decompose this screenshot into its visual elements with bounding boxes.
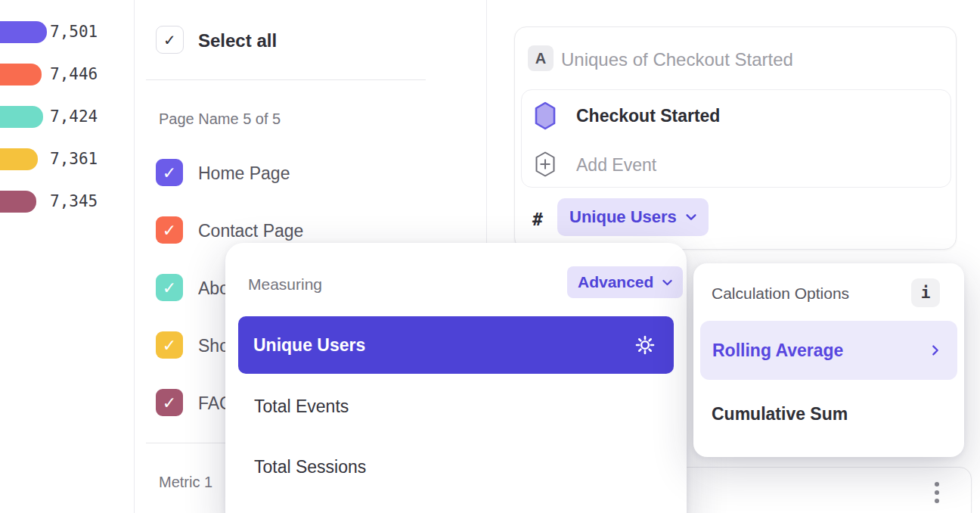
metric-label: Metric 1	[159, 474, 212, 491]
measuring-title: Measuring	[248, 275, 322, 294]
add-event-hexagon-plus-icon[interactable]	[535, 151, 556, 177]
filter-item-label[interactable]: Abo	[198, 278, 229, 299]
chevron-down-icon	[684, 210, 698, 224]
checkbox-shop-page[interactable]: ✓	[156, 331, 183, 359]
bar-value: 7,345	[50, 191, 98, 213]
checkmark-icon: ✓	[163, 163, 176, 182]
calc-option-rolling-average[interactable]: Rolling Average	[700, 321, 957, 380]
app-canvas: 7,501 7,446 7,424 7,361 7,345 ✓ Select a…	[0, 0, 980, 513]
measurement-value: Unique Users	[569, 207, 677, 227]
chevron-right-icon	[929, 344, 942, 357]
checkbox-faq-page[interactable]: ✓	[156, 389, 183, 416]
measure-hash-symbol: #	[532, 210, 543, 229]
menu-option-total-events[interactable]: Total Events	[254, 396, 349, 417]
series-a-badge: A	[528, 45, 554, 71]
event-name[interactable]: Checkout Started	[576, 106, 720, 126]
bar-segment	[0, 191, 36, 213]
bar-value: 7,361	[50, 148, 98, 170]
select-all-label: Select all	[198, 30, 277, 51]
filter-item-label[interactable]: Contact Page	[198, 221, 303, 241]
filter-item-label[interactable]: Home Page	[198, 163, 290, 184]
checkmark-icon: ✓	[163, 221, 176, 240]
select-all-checkbox[interactable]: ✓	[156, 26, 184, 54]
panel-divider	[134, 0, 135, 513]
checkmark-icon: ✓	[163, 336, 176, 355]
checkbox-about-page[interactable]: ✓	[156, 274, 183, 301]
checkmark-icon: ✓	[163, 31, 176, 49]
bar-segment	[0, 64, 42, 86]
bar-segment	[0, 106, 43, 128]
calc-option-label: Rolling Average	[712, 340, 843, 361]
query-builder-card: A Uniques of Checkout Started Checkout S…	[514, 26, 957, 250]
advanced-mode-value: Advanced	[578, 273, 653, 291]
add-event-button[interactable]: Add Event	[576, 155, 656, 176]
filter-group-label: Page Name 5 of 5	[159, 110, 281, 128]
calculation-options-title: Calculation Options	[712, 284, 849, 303]
calc-option-cumulative-sum[interactable]: Cumulative Sum	[712, 404, 848, 424]
measurement-dropdown[interactable]: Unique Users	[557, 198, 709, 236]
bar-value: 7,424	[50, 106, 98, 128]
checkbox-home-page[interactable]: ✓	[156, 159, 183, 186]
menu-option-label: Unique Users	[253, 335, 365, 356]
kebab-menu-icon[interactable]	[935, 482, 939, 503]
filter-item-label[interactable]: Sho	[198, 336, 229, 356]
chevron-down-icon	[661, 276, 674, 289]
menu-option-total-sessions[interactable]: Total Sessions	[254, 457, 366, 477]
event-card: Checkout Started Add Event	[521, 89, 951, 188]
bar-segment	[0, 21, 47, 43]
checkmark-icon: ✓	[163, 393, 176, 412]
advanced-mode-dropdown[interactable]: Advanced	[567, 266, 683, 298]
bar-value: 7,446	[50, 64, 98, 86]
bar-segment	[0, 148, 38, 170]
divider	[146, 79, 426, 80]
calculation-options-menu: Calculation Options i Rolling Average Cu…	[693, 263, 964, 457]
report-title-input[interactable]: Uniques of Checkout Started	[561, 49, 793, 70]
bar-value: 7,501	[50, 21, 98, 43]
gear-icon[interactable]	[634, 334, 656, 356]
event-hexagon-icon	[534, 101, 557, 130]
menu-option-unique-users[interactable]: Unique Users	[238, 316, 674, 374]
measuring-menu: Measuring Advanced Unique Users Total Ev…	[225, 243, 687, 513]
checkmark-icon: ✓	[163, 278, 176, 297]
info-icon[interactable]: i	[911, 278, 940, 307]
checkbox-contact-page[interactable]: ✓	[156, 216, 183, 244]
